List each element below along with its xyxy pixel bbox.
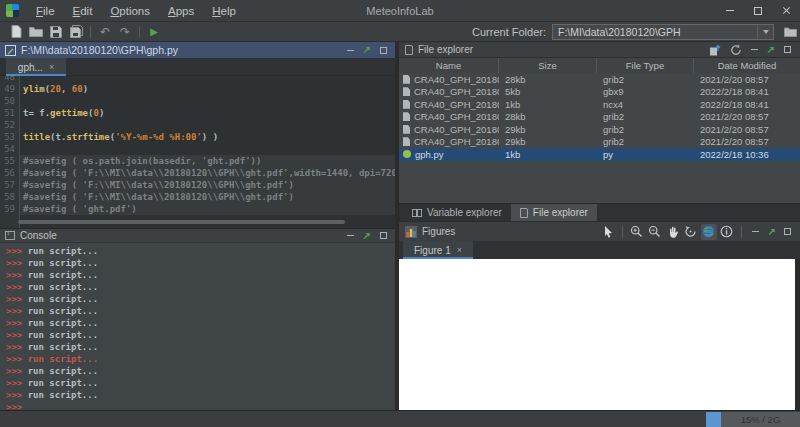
code-text: t= f.gettime(0) (20, 107, 395, 119)
zoom-in-tool[interactable] (629, 224, 645, 240)
select-cursor-tool[interactable] (600, 224, 616, 240)
window-maximize-button[interactable] (744, 0, 772, 22)
column-header-name[interactable]: Name (399, 58, 499, 73)
table-row[interactable]: CRA40_GPH_2018012...29kbgrib22021/2/20 0… (399, 136, 800, 149)
console-line: >>> run script... (6, 377, 395, 389)
tab-variable-explorer[interactable]: Variable explorer (403, 204, 511, 221)
run-script-button[interactable]: ▶ (144, 23, 164, 41)
table-row[interactable]: gph.py1kbpy2022/2/18 10:36 (399, 148, 800, 161)
panel-minimize-icon[interactable] (347, 50, 354, 51)
column-header-date-modified[interactable]: Date Modified (694, 58, 800, 73)
code-line: 51t= f.gettime(0) (0, 107, 395, 119)
console-line: >>> run script... (6, 281, 395, 293)
current-folder-dropdown[interactable]: F:\MI\data\20180120\GPH (552, 24, 774, 40)
panel-maximize-icon[interactable] (380, 232, 387, 239)
info-tool[interactable] (719, 224, 735, 240)
file-size-cell: 5kb (499, 86, 597, 97)
editor-horizontal-scrollbar[interactable] (18, 220, 345, 224)
line-number: 49 (0, 83, 20, 95)
tab-file-explorer[interactable]: File explorer (511, 204, 597, 221)
menu-options[interactable]: Options (101, 0, 159, 22)
code-token: t= f. (23, 108, 50, 118)
window-close-button[interactable] (772, 0, 800, 22)
console-prompt: >>> (6, 330, 28, 340)
refresh-icon[interactable] (730, 44, 742, 56)
table-icon (412, 209, 422, 217)
menu-help[interactable]: Help (203, 0, 245, 22)
globe-tool[interactable] (701, 224, 717, 240)
file-type-cell: ncx4 (597, 99, 694, 110)
file-type-cell: gbx9 (597, 86, 694, 97)
file-size-cell: 28kb (499, 111, 597, 122)
open-folder-button[interactable] (26, 23, 46, 41)
console-panel-controls: ↗ (347, 231, 390, 241)
panel-minimize-icon[interactable] (347, 235, 354, 236)
menu-edit[interactable]: Edit (64, 0, 102, 22)
file-type-cell: grib2 (597, 124, 694, 135)
open-folder-icon (29, 26, 43, 37)
line-number: 51 (0, 107, 20, 119)
rotate-tool[interactable] (683, 224, 699, 240)
console-output[interactable]: >>> run script...>>> run script...>>> ru… (0, 243, 395, 410)
table-row[interactable]: CRA40_GPH_2018012...28kbgrib22021/2/20 0… (399, 73, 800, 86)
panel-float-icon[interactable]: ↗ (363, 231, 371, 241)
window-minimize-button[interactable] (716, 0, 744, 22)
new-file-button[interactable] (6, 23, 26, 41)
panel-maximize-icon[interactable] (784, 46, 791, 53)
title-bar: FileEditOptionsAppsHelp MeteoInfoLab (0, 0, 800, 22)
menu-apps[interactable]: Apps (159, 0, 203, 22)
redo-button[interactable]: ↷ (115, 23, 135, 41)
zoom-out-tool[interactable] (647, 224, 663, 240)
file-date-cell: 2022/2/18 10:36 (694, 149, 800, 160)
select-cursor-icon (602, 225, 614, 238)
code-editor[interactable]: 4849ylim(20, 60)5051t= f.gettime(0)5253t… (0, 76, 395, 228)
code-line: 57#savefig ( 'F:\\MI\\data\\20180120\\GP… (0, 179, 395, 191)
console-prompt: >>> (6, 306, 28, 316)
code-token: ) ) (202, 132, 218, 142)
document-icon (403, 100, 410, 109)
console-prompt: >>> (6, 246, 28, 256)
pan-hand-tool[interactable] (665, 224, 681, 240)
file-size-cell: 28kb (499, 74, 597, 85)
panel-float-icon[interactable]: ↗ (363, 45, 371, 55)
tab-figure-1[interactable]: Figure 1 × (403, 241, 473, 259)
browse-folder-button[interactable] (780, 23, 800, 41)
menu-file[interactable]: File (27, 0, 64, 22)
column-header-size[interactable]: Size (499, 58, 597, 73)
table-row[interactable]: CRA40_GPH_2018012...1kbncx42022/2/18 08:… (399, 98, 800, 111)
panel-float-icon[interactable]: ↗ (768, 227, 776, 237)
minimize-icon (726, 10, 734, 11)
table-row[interactable]: CRA40_GPH_2018012...29kbgrib22021/2/20 0… (399, 123, 800, 136)
column-header-file-type[interactable]: File Type (597, 58, 694, 73)
panel-minimize-icon[interactable] (752, 231, 759, 232)
tab-close-icon[interactable]: × (457, 246, 462, 255)
window-controls (716, 0, 800, 22)
code-text: title(t.strftime('%Y-%m-%d %H:00') ) (20, 131, 395, 143)
save-button[interactable] (46, 23, 66, 41)
code-token: #savefig ( 'F:\\MI\\data\\20180120\\GPH\… (23, 192, 294, 202)
panel-float-icon[interactable]: ↗ (767, 45, 775, 55)
console-text: run script... (28, 390, 98, 400)
line-number: 57 (0, 179, 20, 191)
folder-icon (784, 27, 797, 37)
console-text: run script... (28, 294, 98, 304)
panel-minimize-icon[interactable] (751, 49, 758, 50)
console-prompt: >>> (6, 402, 28, 410)
dropdown-chevron-button[interactable] (757, 25, 773, 39)
tab-close-icon[interactable]: × (49, 63, 54, 72)
file-date-cell: 2021/2/20 08:57 (694, 111, 800, 122)
undo-button[interactable]: ↶ (95, 23, 115, 41)
document-icon (403, 125, 410, 134)
tab-gph-py[interactable]: gph... × (6, 58, 66, 76)
export-up-icon[interactable] (709, 44, 721, 56)
memory-indicator[interactable]: 15% / 2G (706, 412, 800, 427)
panel-maximize-icon[interactable] (784, 228, 791, 235)
editor-tab-bar: gph... × (0, 58, 395, 76)
save-all-button[interactable] (66, 23, 86, 41)
code-lines: 4849ylim(20, 60)5051t= f.gettime(0)5253t… (0, 76, 395, 215)
menu-mnemonic: O (110, 5, 119, 17)
table-row[interactable]: CRA40_GPH_2018012...5kbgbx92022/2/18 08:… (399, 86, 800, 99)
table-row[interactable]: CRA40_GPH_2018012...28kbgrib22021/2/20 0… (399, 111, 800, 124)
memory-usage-fill (706, 412, 721, 427)
panel-maximize-icon[interactable] (380, 47, 387, 54)
